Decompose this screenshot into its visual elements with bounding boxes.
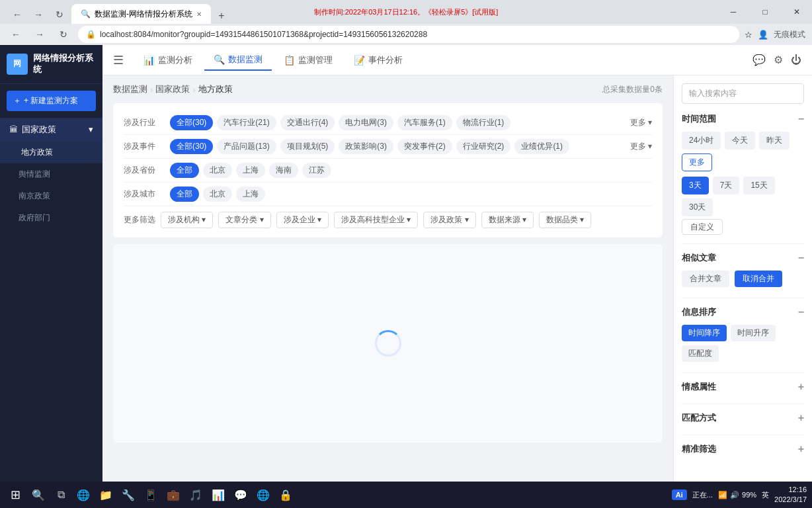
event-tag-policy[interactable]: 政策影响(3) — [339, 139, 393, 154]
industry-tag-electric[interactable]: 电力电网(3) — [339, 115, 393, 130]
province-tag-hainan[interactable]: 海南 — [269, 163, 298, 178]
event-tag-project[interactable]: 项目规划(5) — [280, 139, 335, 154]
event-tag-emergency[interactable]: 突发事件(2) — [397, 139, 452, 154]
breadcrumb-local-policy: 地方政策 — [198, 83, 233, 95]
event-tag-performance[interactable]: 业绩优异(1) — [514, 139, 569, 154]
city-tag-beijing[interactable]: 北京 — [203, 187, 232, 202]
new-monitor-plan-button[interactable]: ＋ + 新建监测方案 — [7, 91, 96, 111]
similar-article-expand-icon[interactable]: − — [798, 252, 804, 264]
taskbar-app2-icon[interactable]: 📱 — [141, 485, 161, 505]
time-btn-15days[interactable]: 15天 — [743, 177, 774, 194]
precision-expand-icon[interactable]: + — [798, 443, 804, 455]
nav-item-monitor-management[interactable]: 📋 监测管理 — [274, 50, 342, 70]
tab-close-button[interactable]: ✕ — [196, 11, 202, 18]
enterprise-dropdown[interactable]: 涉及企业 ▾ — [276, 212, 329, 228]
nav-item-monitor-analysis[interactable]: 📊 监测分析 — [134, 50, 202, 70]
industry-more-button[interactable]: 更多 ▾ — [630, 117, 652, 128]
new-tab-button[interactable]: + — [214, 8, 229, 24]
minimize-button[interactable]: ─ — [718, 3, 749, 21]
sidebar-item-local-policy[interactable]: 地方政策 — [0, 142, 102, 163]
browser-tab[interactable]: 🔍 数据监测-网络情报分析系统 ✕ — [71, 4, 211, 24]
taskbar-app8-icon[interactable]: 🔒 — [276, 485, 296, 505]
cancel-merge-button[interactable]: 取消合并 — [735, 271, 782, 287]
time-btn-yesterday[interactable]: 昨天 — [759, 132, 790, 149]
refresh-button[interactable]: ↻ — [50, 5, 69, 24]
profile-icon[interactable]: 👤 — [758, 30, 768, 40]
industry-tag-auto[interactable]: 汽车行业(21) — [217, 115, 276, 130]
event-more-button[interactable]: 更多 ▾ — [630, 141, 652, 152]
event-tag-research[interactable]: 行业研究(2) — [456, 139, 511, 154]
industry-tag-auto-service[interactable]: 汽车服务(1) — [397, 115, 452, 130]
event-tag-all[interactable]: 全部(30) — [170, 139, 213, 154]
taskbar-app5-icon[interactable]: 📊 — [208, 485, 228, 505]
match-method-expand-icon[interactable]: + — [798, 412, 804, 424]
taskbar-search-icon[interactable]: 🔍 — [28, 485, 48, 505]
hamburger-icon[interactable]: ☰ — [113, 53, 124, 67]
settings-icon[interactable]: ⚙ — [774, 54, 783, 66]
network-area: 📶 🔊 99% — [718, 491, 756, 499]
org-dropdown[interactable]: 涉及机构 ▾ — [161, 212, 213, 228]
maximize-button[interactable]: □ — [750, 3, 780, 21]
taskbar-file-icon[interactable]: 📁 — [96, 485, 116, 505]
right-panel: 输入搜索内容 时间范围 − 24小时 今天 昨天 更多 3天 — [673, 75, 812, 508]
taskbar-task-view-icon[interactable]: ⧉ — [51, 485, 71, 505]
city-tag-shanghai[interactable]: 上海 — [236, 187, 265, 202]
search-input[interactable]: 输入搜索内容 — [682, 83, 804, 104]
close-window-button[interactable]: ✕ — [782, 3, 812, 21]
city-tag-all[interactable]: 全部 — [170, 187, 199, 202]
url-input[interactable]: 🔒 localhost:8084/monitor?groupid=1493154… — [78, 26, 739, 43]
data-category-dropdown[interactable]: 数据品类 ▾ — [539, 212, 591, 228]
province-tag-jiangsu[interactable]: 江苏 — [302, 163, 331, 178]
merge-article-button[interactable]: 合并文章 — [682, 271, 729, 287]
data-source-dropdown[interactable]: 数据来源 ▾ — [481, 212, 534, 228]
article-type-dropdown[interactable]: 文章分类 ▾ — [218, 212, 270, 228]
power-icon[interactable]: ⏻ — [791, 54, 801, 66]
province-tag-all[interactable]: 全部 — [170, 163, 199, 178]
info-sort-expand-icon[interactable]: − — [798, 306, 804, 318]
addr-forward[interactable]: → — [30, 25, 49, 44]
industry-tag-logistics[interactable]: 物流行业(1) — [456, 115, 511, 130]
time-range-expand-icon[interactable]: − — [798, 113, 804, 125]
start-button[interactable]: ⊞ — [5, 487, 26, 502]
time-btn-3days[interactable]: 3天 — [682, 177, 709, 194]
bookmark-icon[interactable]: ☆ — [745, 30, 752, 40]
sort-btn-time-desc[interactable]: 时间降序 — [682, 325, 727, 341]
event-tag-product[interactable]: 产品问题(13) — [217, 139, 276, 154]
time-btn-7days[interactable]: 7天 — [713, 177, 740, 194]
addr-refresh[interactable]: ↻ — [54, 25, 73, 44]
time-btn-today[interactable]: 今天 — [725, 132, 755, 149]
custom-time-button[interactable]: 自定义 — [682, 219, 723, 235]
sidebar-item-nanjing-policy[interactable]: 南京政策 — [0, 185, 102, 207]
province-tag-shanghai[interactable]: 上海 — [236, 163, 265, 178]
sentiment-expand-icon[interactable]: + — [798, 381, 804, 393]
time-btn-more[interactable]: 更多 — [682, 153, 712, 171]
taskbar-app1-icon[interactable]: 🔧 — [118, 485, 138, 505]
ai-badge[interactable]: Ai — [672, 489, 687, 500]
sidebar-item-sentiment-monitor[interactable]: 舆情监测 — [0, 163, 102, 185]
time-btn-24h[interactable]: 24小时 — [682, 132, 721, 149]
nav-item-data-monitor[interactable]: 🔍 数据监测 — [204, 50, 272, 71]
comment-icon[interactable]: 💬 — [752, 54, 766, 66]
province-tag-beijing[interactable]: 北京 — [203, 163, 232, 178]
forward-button[interactable]: → — [29, 5, 48, 24]
back-button[interactable]: ← — [8, 5, 26, 24]
taskbar-app3-icon[interactable]: 💼 — [163, 485, 183, 505]
taskbar-app6-icon[interactable]: 💬 — [231, 485, 251, 505]
industry-tag-traffic[interactable]: 交通出行(4) — [280, 115, 335, 130]
addr-back[interactable]: ← — [7, 25, 25, 44]
hitech-dropdown[interactable]: 涉及高科技型企业 ▾ — [334, 212, 418, 228]
nav-item-event-analysis[interactable]: 📝 事件分析 — [345, 50, 412, 70]
industry-tag-all[interactable]: 全部(30) — [170, 115, 213, 130]
time-btn-30days[interactable]: 30天 — [682, 198, 713, 216]
sidebar-item-government-dept[interactable]: 政府部门 — [0, 207, 102, 229]
sidebar-item-national-policy[interactable]: 🏛 国家政策 ▾ — [0, 118, 102, 142]
sort-btn-time-asc[interactable]: 时间升序 — [731, 325, 776, 341]
taskbar-chrome-icon[interactable]: 🌐 — [73, 485, 93, 505]
breadcrumb-data-monitor[interactable]: 数据监测 — [113, 83, 147, 95]
taskbar-app4-icon[interactable]: 🎵 — [186, 485, 206, 505]
policy-dropdown[interactable]: 涉及政策 ▾ — [423, 212, 475, 228]
breadcrumb-national-policy[interactable]: 国家政策 — [155, 83, 190, 95]
taskbar-app7-icon[interactable]: 🌐 — [253, 485, 273, 505]
nav-label-event-analysis: 事件分析 — [368, 54, 403, 66]
sort-btn-match[interactable]: 匹配度 — [682, 345, 719, 362]
